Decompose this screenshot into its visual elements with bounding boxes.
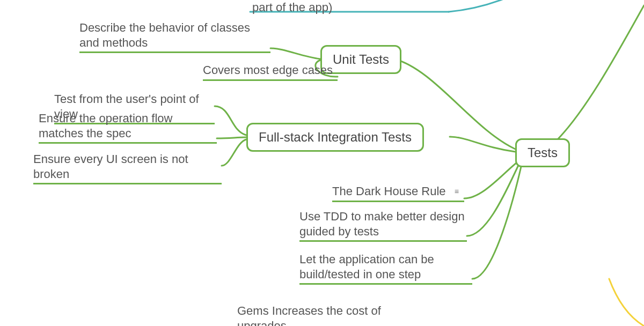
leaf-text: Let the application can be build/tested … bbox=[299, 253, 434, 281]
node-label: Tests bbox=[528, 145, 558, 160]
partial-bottom: Gems Increases the cost of upgrades bbox=[237, 303, 409, 326]
partial-bottom-line2: upgrades bbox=[237, 318, 409, 327]
node-fullstack-integration-tests[interactable]: Full-stack Integration Tests bbox=[246, 123, 424, 152]
leaf-unit-edge-cases[interactable]: Covers most edge cases bbox=[203, 63, 338, 78]
partial-top-line2: part of the app) bbox=[252, 0, 451, 14]
leaf-text: Covers most edge cases bbox=[203, 63, 333, 77]
leaf-fsit-ui-not-broken[interactable]: Ensure every UI screen is not broken bbox=[33, 152, 222, 181]
leaf-text: Ensure the operation flow matches the sp… bbox=[39, 112, 173, 140]
leaf-text: Describe the behavior of classes and met… bbox=[79, 21, 250, 49]
note-icon: ≡ bbox=[455, 187, 458, 197]
leaf-text: The Dark House Rule bbox=[332, 184, 446, 198]
partial-top: before using it (by rewriting a small pa… bbox=[252, 0, 451, 14]
node-tests-root[interactable]: Tests bbox=[515, 138, 570, 167]
node-label: Full-stack Integration Tests bbox=[259, 130, 412, 144]
partial-bottom-line1: Gems Increases the cost of bbox=[237, 303, 409, 318]
leaf-dark-house-rule[interactable]: The Dark House Rule ≡ bbox=[332, 184, 464, 199]
leaf-unit-behavior[interactable]: Describe the behavior of classes and met… bbox=[79, 20, 270, 50]
mindmap-canvas: Tests Unit Tests Full-stack Integration … bbox=[0, 0, 644, 326]
leaf-tdd-design[interactable]: Use TDD to make better design guided by … bbox=[299, 209, 467, 239]
leaf-build-one-step[interactable]: Let the application can be build/tested … bbox=[299, 252, 472, 281]
leaf-text: Ensure every UI screen is not broken bbox=[33, 152, 188, 181]
node-label: Unit Tests bbox=[333, 52, 389, 66]
leaf-fsit-flow-spec[interactable]: Ensure the operation flow matches the sp… bbox=[39, 111, 217, 140]
leaf-text: Use TDD to make better design guided by … bbox=[299, 210, 465, 238]
